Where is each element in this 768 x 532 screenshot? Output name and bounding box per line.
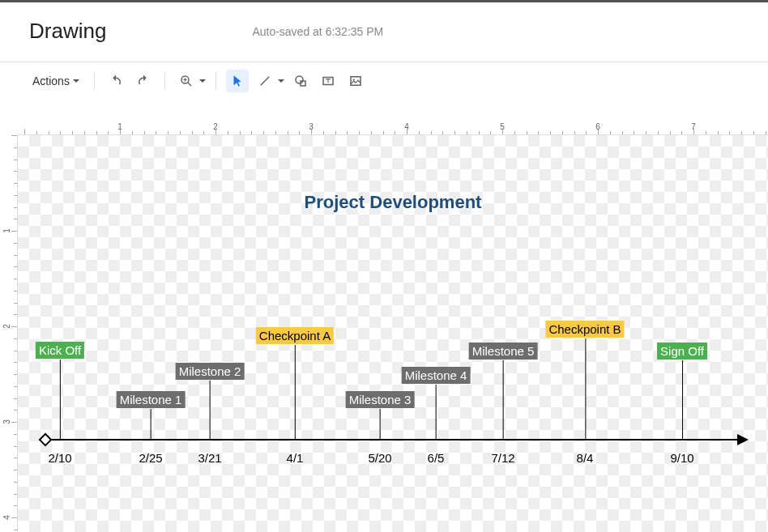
- autosave-status: Auto-saved at 6:32:35 PM: [252, 25, 383, 38]
- event-label[interactable]: Milestone 2: [176, 363, 245, 380]
- svg-line-4: [261, 77, 270, 86]
- timeline-event[interactable]: Milestone 3: [346, 391, 415, 408]
- event-date[interactable]: 4/1: [287, 451, 304, 465]
- event-date[interactable]: 2/25: [139, 451, 162, 465]
- timeline-event[interactable]: Checkpoint B: [545, 321, 624, 338]
- line-icon: [258, 74, 272, 88]
- undo-icon: [109, 74, 123, 88]
- vertical-ruler: 1234: [5, 135, 18, 532]
- timeline-event[interactable]: Kick Off: [36, 342, 84, 359]
- cursor-icon: [230, 74, 245, 88]
- event-date[interactable]: 6/5: [428, 451, 445, 465]
- timeline-event[interactable]: Milestone 2: [176, 363, 245, 380]
- timeline-axis[interactable]: [45, 439, 740, 440]
- event-label[interactable]: Checkpoint A: [256, 327, 334, 344]
- event-connector: [503, 360, 504, 439]
- event-label[interactable]: Sign Off: [657, 343, 707, 360]
- event-date[interactable]: 5/20: [368, 451, 391, 465]
- zoom-icon: [179, 74, 194, 88]
- caret-down-icon: [73, 79, 79, 83]
- event-connector: [436, 385, 437, 439]
- event-connector: [151, 409, 151, 439]
- shape-icon: [293, 74, 308, 88]
- actions-label: Actions: [32, 74, 70, 87]
- zoom-icon-wrap: [175, 70, 198, 92]
- event-label[interactable]: Kick Off: [36, 342, 84, 359]
- event-connector: [210, 381, 211, 439]
- timeline-event[interactable]: Sign Off: [657, 343, 707, 360]
- shape-tool-button[interactable]: [289, 70, 312, 92]
- dialog-title: Drawing: [29, 19, 106, 44]
- event-connector: [682, 360, 683, 439]
- actions-menu-button[interactable]: Actions: [28, 71, 84, 91]
- svg-line-1: [188, 83, 191, 86]
- line-tool-button[interactable]: [254, 70, 284, 92]
- textbox-tool-button[interactable]: [317, 70, 339, 92]
- image-tool-button[interactable]: [344, 70, 367, 92]
- timeline-event[interactable]: Milestone 5: [469, 343, 538, 360]
- dialog-header: Drawing Auto-saved at 6:32:35 PM: [0, 2, 768, 62]
- chart-title[interactable]: Project Development: [305, 192, 482, 213]
- zoom-button[interactable]: [175, 70, 206, 92]
- event-date[interactable]: 3/21: [198, 451, 221, 465]
- toolbar: Actions: [0, 62, 768, 98]
- separator: [94, 73, 95, 89]
- undo-button[interactable]: [105, 70, 127, 92]
- event-label[interactable]: Checkpoint B: [545, 321, 624, 338]
- separator: [215, 73, 216, 89]
- textbox-icon: [321, 74, 335, 88]
- image-icon: [348, 74, 363, 88]
- line-icon-wrap: [254, 70, 276, 92]
- redo-button[interactable]: [132, 70, 155, 92]
- event-date[interactable]: 9/10: [670, 451, 693, 465]
- timeline-event[interactable]: Checkpoint A: [256, 327, 334, 344]
- redo-icon: [136, 74, 151, 88]
- event-connector: [380, 409, 381, 439]
- event-date[interactable]: 8/4: [577, 451, 594, 465]
- event-connector: [60, 360, 61, 439]
- caret-down-icon: [278, 79, 284, 83]
- horizontal-ruler: 1234567: [18, 122, 768, 135]
- timeline-event[interactable]: Milestone 1: [117, 391, 186, 408]
- separator: [164, 73, 165, 89]
- event-date[interactable]: 2/10: [48, 451, 71, 465]
- svg-point-5: [296, 76, 303, 83]
- drawing-canvas[interactable]: Project Development Kick Off2/10Mileston…: [18, 135, 768, 532]
- caret-down-icon: [199, 79, 206, 83]
- event-label[interactable]: Milestone 1: [117, 391, 186, 408]
- event-connector: [585, 338, 586, 439]
- event-connector: [295, 345, 296, 439]
- event-date[interactable]: 7/12: [491, 451, 514, 465]
- event-label[interactable]: Milestone 5: [469, 343, 538, 360]
- event-label[interactable]: Milestone 4: [402, 367, 471, 384]
- timeline-event[interactable]: Milestone 4: [402, 367, 471, 384]
- select-tool-button[interactable]: [226, 70, 249, 92]
- canvas-area[interactable]: Project Development Kick Off2/10Mileston…: [18, 135, 768, 532]
- event-label[interactable]: Milestone 3: [346, 391, 415, 408]
